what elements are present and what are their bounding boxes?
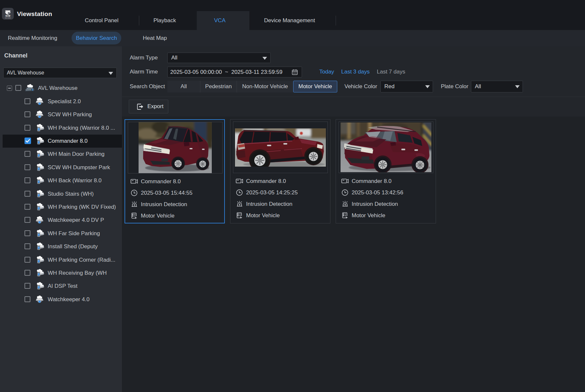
svg-text:view station: view station bbox=[5, 17, 11, 19]
svg-text:SCW: SCW bbox=[5, 15, 10, 17]
